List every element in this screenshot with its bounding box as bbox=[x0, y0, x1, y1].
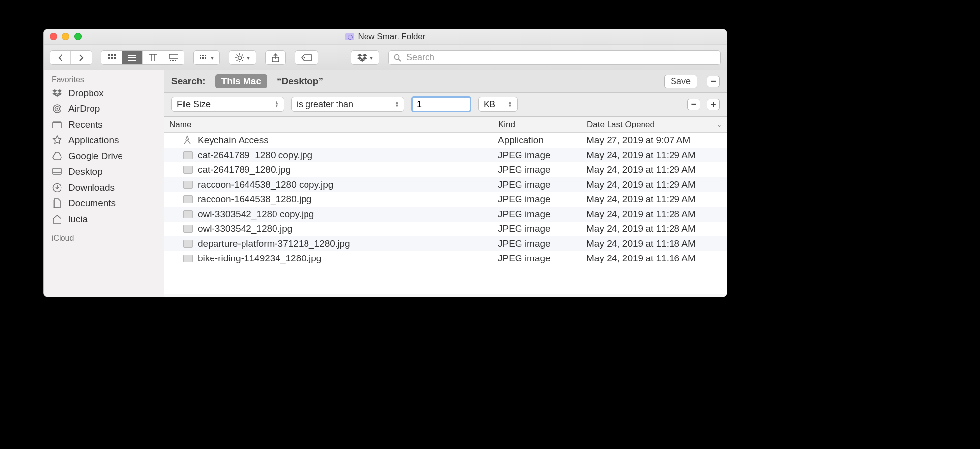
criteria-unit[interactable]: KB ▲▼ bbox=[478, 97, 518, 112]
svg-rect-14 bbox=[172, 60, 174, 61]
remove-search-button[interactable]: − bbox=[707, 76, 720, 87]
criteria-operator-label: is greater than bbox=[297, 99, 353, 110]
svg-line-27 bbox=[237, 54, 238, 55]
svg-point-22 bbox=[238, 56, 242, 59]
search-input[interactable] bbox=[405, 52, 715, 63]
chevron-down-icon: ⌄ bbox=[717, 121, 722, 128]
cell-date: May 24, 2019 at 11:18 AM bbox=[582, 238, 727, 249]
criteria-value-field[interactable] bbox=[411, 96, 471, 112]
chevron-down-icon: ▾ bbox=[370, 54, 373, 61]
column-date[interactable]: Date Last Opened ⌄ bbox=[582, 117, 727, 132]
share-button[interactable] bbox=[265, 50, 286, 65]
sidebar: Favorites Dropbox AirDrop Recents Applic… bbox=[44, 70, 164, 297]
sidebar-item-desktop[interactable]: Desktop bbox=[44, 164, 164, 180]
gallery-view-button[interactable] bbox=[163, 51, 184, 64]
app-icon bbox=[183, 135, 193, 145]
gear-icon bbox=[235, 53, 244, 62]
svg-rect-16 bbox=[200, 55, 201, 56]
sidebar-item-applications[interactable]: Applications bbox=[44, 132, 164, 148]
nav-buttons bbox=[50, 50, 92, 65]
sidebar-section-favorites: Favorites bbox=[44, 73, 164, 85]
minimize-window-button[interactable] bbox=[62, 33, 69, 40]
column-kind[interactable]: Kind bbox=[493, 117, 582, 132]
sidebar-section-icloud: iCloud bbox=[44, 232, 164, 244]
svg-rect-17 bbox=[202, 55, 204, 56]
cell-kind: JPEG image bbox=[493, 179, 582, 190]
sidebar-item-google-drive[interactable]: Google Drive bbox=[44, 148, 164, 164]
result-rows: Keychain AccessApplicationMay 27, 2019 a… bbox=[164, 133, 727, 294]
table-row[interactable]: bike-riding-1149234_1280.jpgJPEG imageMa… bbox=[164, 251, 727, 266]
sidebar-item-home[interactable]: lucia bbox=[44, 211, 164, 227]
tags-button[interactable] bbox=[295, 50, 318, 65]
window-controls bbox=[50, 33, 82, 40]
sidebar-item-documents[interactable]: Documents bbox=[44, 195, 164, 211]
sidebar-item-label: Google Drive bbox=[68, 151, 123, 161]
cell-name: raccoon-1644538_1280.jpg bbox=[164, 194, 493, 205]
svg-rect-4 bbox=[111, 57, 113, 59]
forward-button[interactable] bbox=[71, 51, 92, 64]
cell-kind: JPEG image bbox=[493, 238, 582, 249]
group-by-button[interactable]: ▾ bbox=[193, 50, 220, 65]
column-date-label: Date Last Opened bbox=[587, 120, 655, 129]
svg-rect-39 bbox=[53, 121, 61, 123]
list-view-button[interactable] bbox=[122, 51, 143, 64]
svg-line-28 bbox=[242, 60, 243, 61]
table-row[interactable]: owl-3303542_1280 copy.jpgJPEG imageMay 2… bbox=[164, 207, 727, 222]
window-title: New Smart Folder bbox=[345, 32, 426, 42]
chevron-left-icon bbox=[58, 54, 63, 61]
sidebar-item-label: lucia bbox=[68, 214, 88, 224]
finder-window: New Smart Folder bbox=[43, 29, 727, 297]
column-headers: Name Kind Date Last Opened ⌄ bbox=[164, 117, 727, 133]
file-name: owl-3303542_1280.jpg bbox=[198, 224, 292, 234]
table-row[interactable]: raccoon-1644538_1280.jpgJPEG imageMay 24… bbox=[164, 192, 727, 207]
dropbox-button[interactable]: ▾ bbox=[351, 50, 379, 65]
svg-rect-2 bbox=[114, 54, 116, 56]
cell-kind: JPEG image bbox=[493, 253, 582, 264]
column-name[interactable]: Name bbox=[164, 117, 493, 132]
svg-point-33 bbox=[395, 54, 399, 59]
criteria-operator[interactable]: is greater than ▲▼ bbox=[291, 97, 404, 112]
criteria-value-input[interactable] bbox=[413, 99, 470, 110]
image-thumbnail-icon bbox=[183, 166, 193, 174]
table-row[interactable]: cat-2641789_1280.jpgJPEG imageMay 24, 20… bbox=[164, 162, 727, 177]
svg-rect-0 bbox=[108, 54, 110, 56]
downloads-icon bbox=[52, 183, 62, 192]
svg-rect-15 bbox=[175, 60, 176, 61]
save-search-button[interactable]: Save bbox=[664, 75, 697, 88]
table-row[interactable]: owl-3303542_1280.jpgJPEG imageMay 24, 20… bbox=[164, 222, 727, 236]
search-field[interactable] bbox=[388, 50, 721, 65]
add-criteria-button[interactable]: + bbox=[707, 99, 720, 110]
window-title-text: New Smart Folder bbox=[358, 32, 426, 42]
action-button[interactable]: ▾ bbox=[229, 50, 256, 65]
columns-icon bbox=[149, 54, 157, 61]
sidebar-item-airdrop[interactable]: AirDrop bbox=[44, 101, 164, 117]
cell-date: May 24, 2019 at 11:29 AM bbox=[582, 164, 727, 175]
search-label: Search: bbox=[171, 76, 206, 87]
column-view-button[interactable] bbox=[143, 51, 163, 64]
table-row[interactable]: cat-2641789_1280 copy.jpgJPEG imageMay 2… bbox=[164, 148, 727, 162]
table-row[interactable]: raccoon-1644538_1280 copy.jpgJPEG imageM… bbox=[164, 177, 727, 192]
scope-desktop[interactable]: “Desktop” bbox=[277, 76, 323, 87]
svg-rect-19 bbox=[200, 57, 201, 59]
file-name: raccoon-1644538_1280.jpg bbox=[198, 194, 311, 205]
scope-this-mac[interactable]: This Mac bbox=[215, 74, 267, 88]
remove-criteria-button[interactable]: − bbox=[687, 99, 700, 110]
back-button[interactable] bbox=[50, 51, 71, 64]
icon-view-button[interactable] bbox=[101, 51, 122, 64]
stepper-icon: ▲▼ bbox=[508, 101, 512, 108]
table-row[interactable]: Keychain AccessApplicationMay 27, 2019 a… bbox=[164, 133, 727, 148]
cell-date: May 24, 2019 at 11:29 AM bbox=[582, 179, 727, 190]
table-row[interactable]: departure-platform-371218_1280.jpgJPEG i… bbox=[164, 236, 727, 251]
close-window-button[interactable] bbox=[50, 33, 57, 40]
home-icon bbox=[52, 215, 62, 224]
criteria-attribute[interactable]: File Size ▲▼ bbox=[171, 97, 284, 112]
sidebar-item-dropbox[interactable]: Dropbox bbox=[44, 85, 164, 101]
sidebar-item-downloads[interactable]: Downloads bbox=[44, 180, 164, 195]
svg-point-37 bbox=[57, 108, 58, 110]
file-name: cat-2641789_1280 copy.jpg bbox=[198, 150, 312, 160]
cell-kind: JPEG image bbox=[493, 150, 582, 160]
sidebar-item-label: Applications bbox=[68, 135, 119, 146]
dropbox-icon bbox=[357, 54, 367, 62]
zoom-window-button[interactable] bbox=[74, 33, 82, 40]
sidebar-item-recents[interactable]: Recents bbox=[44, 117, 164, 132]
